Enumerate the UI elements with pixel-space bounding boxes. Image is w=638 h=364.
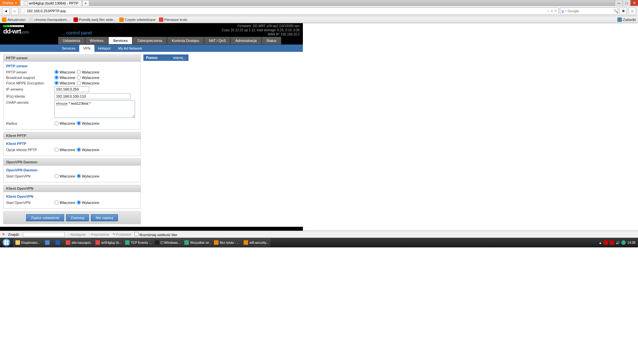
tab-status[interactable]: Status xyxy=(262,37,281,44)
radio-enabled[interactable]: Wlaczone xyxy=(54,174,75,178)
radio-disabled[interactable]: Wylaczone xyxy=(77,70,99,74)
subtab-vpn[interactable]: VPN xyxy=(79,45,94,52)
reload-icon[interactable]: ⟳ xyxy=(554,9,557,13)
wanip-text: WAN IP: 192.168.10.2 xyxy=(222,32,300,36)
bookmark-item[interactable]: Aktualności xyxy=(2,17,25,22)
app-icon xyxy=(125,240,130,245)
subtab-hotspot[interactable]: Hotspot xyxy=(94,45,114,52)
forward-button[interactable]: ► xyxy=(11,7,19,15)
browser-toolbar: ◄ ► ☆ ▾ ⟳ g ▾ 🔍 ❋ ⌂ xyxy=(0,6,638,16)
tab-admin[interactable]: Administracja xyxy=(230,37,261,44)
taskbar-item[interactable]: C:\Windows... xyxy=(152,238,181,247)
subtab-services[interactable]: Services xyxy=(58,45,79,52)
bookmark-item[interactable]: chrome://seoquake/c... xyxy=(29,17,70,22)
back-button[interactable]: ◄ xyxy=(2,7,10,15)
bookmarks-menu[interactable]: Zakładki xyxy=(617,17,636,22)
pptp-server-panel: PPTP serwer PPTP serwer PPTP serwerWlacz… xyxy=(3,54,141,129)
bookmark-item[interactable]: Pierwsze kroki xyxy=(159,17,187,22)
addons-button[interactable]: ❋ xyxy=(619,7,627,15)
page-icon xyxy=(24,1,28,5)
taskbar-item[interactable]: TCP Events ... xyxy=(123,238,152,247)
radio-disabled[interactable]: Wylaczone xyxy=(77,148,99,152)
search-icon[interactable]: 🔍 xyxy=(614,9,618,13)
firefox-icon xyxy=(95,240,100,245)
tray-icon[interactable] xyxy=(604,240,608,245)
section-header: Klient PPTP xyxy=(6,142,138,146)
radio-disabled[interactable]: Wylaczone xyxy=(77,121,99,125)
start-button[interactable] xyxy=(0,238,13,247)
clock[interactable]: 14:39 xyxy=(627,241,635,244)
bookmark-item[interactable]: Prześlij swój film wide... xyxy=(73,17,116,22)
cancel-button[interactable]: Nie zapisuj xyxy=(91,214,118,221)
subtab-adnetwork[interactable]: My Ad Network xyxy=(114,45,146,52)
app-icon xyxy=(244,240,248,245)
browser-tab[interactable]: wrt54glup (build 13064) - PPTP xyxy=(20,0,82,6)
minimize-button[interactable]: — xyxy=(615,0,623,6)
app-icon xyxy=(55,240,60,245)
textarea-chap[interactable]: ehouse * test123test * xyxy=(54,101,135,118)
tab-kontrola[interactable]: Kontrola Dostępu xyxy=(167,37,204,44)
close-button[interactable]: ✕ xyxy=(630,0,638,6)
ddwrt-subtitle: ... control panel xyxy=(61,30,92,35)
match-case-checkbox[interactable]: Rozróżniaj wielkość liter xyxy=(134,232,177,237)
url-input[interactable] xyxy=(27,9,545,13)
radio-enabled[interactable]: Wlaczone xyxy=(54,200,75,205)
url-bar[interactable]: ☆ ▾ ⟳ xyxy=(20,7,559,14)
radio-disabled[interactable]: Wylaczone xyxy=(77,174,99,178)
tab-zabezpieczenia[interactable]: Zabezpieczenia xyxy=(132,37,167,44)
radio-enabled[interactable]: Wlaczone xyxy=(54,70,75,74)
input-serverip[interactable] xyxy=(54,86,89,92)
tab-ustawienia[interactable]: Ustawienia xyxy=(58,37,85,44)
radio-disabled[interactable]: Wylaczone xyxy=(77,75,99,80)
label-clientip: IP(s) klienta xyxy=(6,94,54,98)
label-broadcast: Broadcast support xyxy=(6,76,54,80)
dropdown-icon[interactable]: ▾ xyxy=(565,10,566,13)
youtube-icon xyxy=(73,17,78,22)
search-bar[interactable]: g ▾ 🔍 xyxy=(560,7,618,14)
taskbar-item[interactable] xyxy=(43,238,53,247)
tab-nat[interactable]: NAT / QoS xyxy=(204,37,230,44)
tray-expand-icon[interactable]: ▲ xyxy=(599,241,602,244)
radio-enabled[interactable]: Wlaczone xyxy=(54,81,75,85)
radio-disabled[interactable]: Wylaczone xyxy=(77,200,99,205)
tray-icon[interactable] xyxy=(610,240,614,245)
home-button[interactable]: ⌂ xyxy=(628,7,636,15)
search-input[interactable] xyxy=(568,9,612,13)
input-clientip[interactable] xyxy=(54,93,130,99)
dropdown-icon: ▼ xyxy=(15,2,17,5)
bookmark-item[interactable]: Często odwiedzane xyxy=(119,17,156,22)
apply-button[interactable]: Zastosuj xyxy=(66,214,89,221)
find-input[interactable] xyxy=(23,232,65,237)
volume-icon[interactable]: 🔊 xyxy=(616,241,620,244)
new-tab-button[interactable]: + xyxy=(82,0,89,6)
radio-disabled[interactable]: Wylaczone xyxy=(77,81,99,85)
radio-enabled[interactable]: Wlaczone xyxy=(54,148,75,152)
label-serverip: IP serwera xyxy=(6,87,54,91)
taskbar-item[interactable]: wifi-security... xyxy=(241,238,270,247)
cmd-icon xyxy=(155,240,159,245)
find-prev-button[interactable]: ↑ Poprzednie xyxy=(89,233,109,236)
taskbar-item[interactable]: site:naszapol... xyxy=(63,238,92,247)
tab-services[interactable]: Services xyxy=(108,37,132,44)
dropdown-icon[interactable]: ▾ xyxy=(551,9,553,13)
help-more-link[interactable]: więcej... xyxy=(173,56,186,60)
taskbar-item[interactable]: Bez tytułu - ... xyxy=(212,238,241,247)
tray-icon[interactable] xyxy=(621,240,626,245)
site-icon xyxy=(22,9,25,13)
maximize-button[interactable]: □ xyxy=(623,0,630,6)
taskbar-item[interactable]: Eksplorator... xyxy=(13,238,42,247)
logo-bars xyxy=(3,25,61,27)
save-button[interactable]: Zapisz ustawienia xyxy=(26,214,64,221)
find-next-button[interactable]: ↓ Następne xyxy=(68,233,86,236)
close-findbar-icon[interactable]: ✕ xyxy=(2,232,5,236)
taskbar-item[interactable] xyxy=(53,238,63,247)
radio-enabled[interactable]: Wlaczone xyxy=(54,121,75,125)
taskbar-item[interactable]: Wszystkie ze... xyxy=(182,238,211,247)
firefox-menu-button[interactable]: Firefox ▼ xyxy=(0,0,20,6)
bookmark-star-icon[interactable]: ☆ xyxy=(546,9,550,13)
tab-wireless[interactable]: Wireless xyxy=(85,37,108,44)
find-highlight-button[interactable]: ✎ Podświetl xyxy=(112,232,131,236)
find-bar: ✕ Znajdź: ↓ Następne ↑ Poprzednie ✎ Podś… xyxy=(0,231,638,238)
taskbar-item[interactable]: wrt54glup (b... xyxy=(93,238,122,247)
radio-enabled[interactable]: Wlaczone xyxy=(54,75,75,80)
